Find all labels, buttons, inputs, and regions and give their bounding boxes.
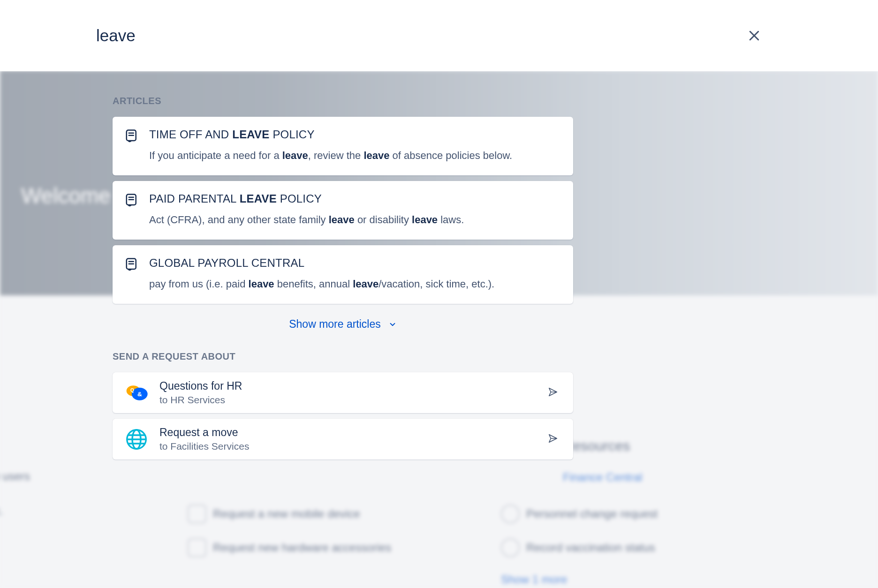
show-more-articles[interactable]: Show more articles <box>113 318 573 331</box>
search-results: ARTICLES TIME OFF AND LEAVE POLICY If yo… <box>0 71 878 588</box>
qa-icon: & Q <box>124 380 149 406</box>
request-list: & Q Questions for HR to HR Services <box>113 372 878 460</box>
svg-text:&: & <box>137 390 142 397</box>
send-icon <box>548 387 560 399</box>
search-bar <box>0 0 878 71</box>
show-more-label: Show more articles <box>289 318 381 331</box>
request-section-label: SEND A REQUEST ABOUT <box>113 351 878 362</box>
article-icon <box>125 193 139 207</box>
request-title: Request a move <box>159 426 537 439</box>
article-snippet: pay from us (i.e. paid leave benefits, a… <box>149 276 559 292</box>
chevron-down-icon <box>388 320 397 329</box>
article-icon <box>125 257 139 271</box>
send-icon <box>548 433 560 445</box>
close-icon <box>747 29 761 43</box>
request-destination: to Facilities Services <box>159 441 537 452</box>
request-title: Questions for HR <box>159 380 537 392</box>
close-button[interactable] <box>743 24 765 47</box>
article-card[interactable]: GLOBAL PAYROLL CENTRAL pay from us (i.e.… <box>113 245 573 304</box>
articles-section-label: ARTICLES <box>113 96 878 106</box>
search-input[interactable] <box>96 26 743 45</box>
svg-text:Q: Q <box>130 387 134 392</box>
request-card[interactable]: & Q Questions for HR to HR Services <box>113 372 573 413</box>
article-icon <box>125 129 139 143</box>
request-card[interactable]: Request a move to Facilities Services <box>113 419 573 460</box>
request-destination: to HR Services <box>159 394 537 406</box>
article-snippet: Act (CFRA), and any other state family l… <box>149 212 559 227</box>
article-card[interactable]: TIME OFF AND LEAVE POLICY If you anticip… <box>113 117 573 175</box>
article-card[interactable]: PAID PARENTAL LEAVE POLICY Act (CFRA), a… <box>113 181 573 240</box>
globe-icon <box>124 427 149 452</box>
article-title: GLOBAL PAYROLL CENTRAL <box>149 256 559 270</box>
article-title: PAID PARENTAL LEAVE POLICY <box>149 192 559 205</box>
article-snippet: If you anticipate a need for a leave, re… <box>149 148 559 163</box>
article-list: TIME OFF AND LEAVE POLICY If you anticip… <box>113 117 573 304</box>
article-title: TIME OFF AND LEAVE POLICY <box>149 128 559 141</box>
